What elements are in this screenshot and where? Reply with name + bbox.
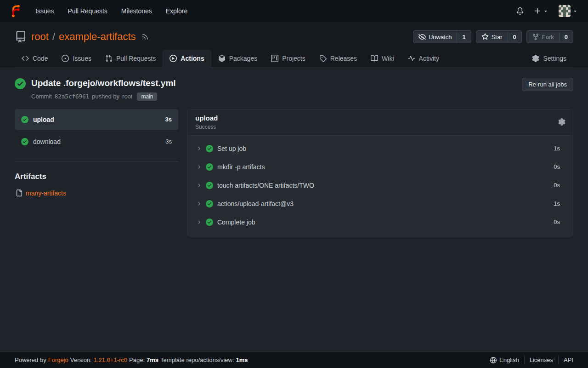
version-label: Version:: [70, 356, 92, 363]
tab-label: Pull Requests: [116, 55, 156, 62]
tab-pull-requests[interactable]: Pull Requests: [98, 50, 163, 67]
tab-label: Code: [33, 55, 48, 62]
tab-projects[interactable]: Projects: [264, 50, 312, 67]
package-icon: [218, 55, 226, 62]
step-row-complete[interactable]: Complete job 0s: [188, 213, 573, 231]
language-selector[interactable]: English: [485, 356, 524, 364]
chevron-right-icon: [196, 164, 202, 170]
tab-issues[interactable]: Issues: [55, 50, 98, 67]
check-circle-icon: [206, 182, 213, 189]
plus-icon: [534, 7, 541, 15]
run-header: Update .forgejo/workflows/test.yml Commi…: [0, 68, 588, 109]
step-label: touch artifacts/ONE artifacts/TWO: [217, 182, 314, 189]
fork-button[interactable]: Fork: [527, 31, 559, 43]
repo-name-link[interactable]: example-artifacts: [59, 31, 136, 43]
play-circle-icon: [170, 55, 177, 62]
breadcrumb-separator: /: [52, 31, 55, 43]
chevron-right-icon: [196, 201, 202, 207]
footer-info: Powered by Forgejo Version: 1.21.0+1-rc0…: [15, 356, 248, 363]
api-link[interactable]: API: [558, 356, 573, 364]
stars-count[interactable]: 0: [508, 31, 521, 43]
globe-icon: [490, 357, 497, 363]
artifacts-title: Artifacts: [15, 172, 178, 181]
nav-item-issues[interactable]: Issues: [29, 4, 60, 18]
run-title: Update .forgejo/workflows/test.yml: [31, 78, 176, 89]
job-panel-titles: upload Success: [195, 114, 218, 130]
step-label: mkdir -p artifacts: [217, 163, 265, 171]
job-duration: 3s: [165, 116, 172, 123]
rss-button[interactable]: [141, 33, 149, 40]
nav-item-pull-requests[interactable]: Pull Requests: [62, 4, 113, 18]
page-footer: Powered by Forgejo Version: 1.21.0+1-rc0…: [0, 351, 588, 368]
version-link[interactable]: 1.21.0+1-rc0: [94, 356, 127, 363]
unwatch-label: Unwatch: [429, 34, 452, 40]
job-name: download: [33, 138, 61, 145]
licenses-link[interactable]: Licenses: [524, 356, 558, 364]
forgejo-logo-icon: [9, 4, 23, 18]
step-row-mkdir[interactable]: mkdir -p artifacts 0s: [188, 158, 573, 176]
tab-releases[interactable]: Releases: [312, 50, 364, 67]
tab-activity[interactable]: Activity: [401, 50, 446, 67]
breadcrumb: root / example-artifacts: [31, 31, 136, 43]
step-label: actions/upload-artifact@v3: [217, 200, 294, 207]
rss-icon: [141, 33, 149, 40]
top-navbar: Issues Pull Requests Milestones Explore: [0, 0, 588, 22]
create-new-button[interactable]: [531, 5, 551, 17]
step-row-upload-artifact[interactable]: actions/upload-artifact@v3 1s: [188, 195, 573, 213]
user-menu-button[interactable]: [556, 2, 581, 20]
powered-by-label: Powered by: [15, 356, 46, 363]
chevron-right-icon: [196, 146, 202, 151]
rerun-all-jobs-button[interactable]: Re-run all jobs: [522, 78, 573, 91]
chevron-right-icon: [196, 183, 202, 188]
tab-actions[interactable]: Actions: [163, 50, 211, 68]
job-options-button[interactable]: [558, 118, 565, 126]
tab-code[interactable]: Code: [15, 50, 55, 67]
job-duration: 3s: [165, 138, 172, 145]
run-titles: Update .forgejo/workflows/test.yml Commi…: [31, 78, 176, 101]
gear-icon: [558, 118, 565, 126]
job-panel-title: upload: [195, 114, 218, 122]
repo-owner-link[interactable]: root: [31, 31, 49, 43]
forgejo-link[interactable]: Forgejo: [48, 356, 68, 363]
file-icon: [16, 190, 23, 196]
gear-icon: [532, 55, 539, 62]
footer-links: English Licenses API: [485, 356, 573, 364]
page-time-label: Page:: [129, 356, 145, 363]
nav-item-explore[interactable]: Explore: [160, 4, 193, 18]
jobs-sidebar: upload 3s download 3s Artifacts many-art…: [15, 109, 178, 197]
artifact-item: many-artifacts: [15, 190, 178, 197]
job-status-text: Success: [195, 124, 218, 130]
watchers-count[interactable]: 1: [457, 31, 470, 43]
git-pull-request-icon: [105, 55, 113, 62]
check-circle-icon: [206, 163, 213, 171]
repo-header: root / example-artifacts Unwatch 1 Star …: [0, 22, 588, 68]
commit-author: root: [122, 93, 132, 100]
notifications-button[interactable]: [514, 5, 526, 17]
page-time-value: 7ms: [147, 356, 158, 363]
job-item-upload[interactable]: upload 3s: [15, 109, 178, 130]
forgejo-logo[interactable]: [7, 2, 28, 20]
step-duration: 1s: [554, 200, 560, 207]
artifact-download-link[interactable]: many-artifacts: [26, 190, 66, 197]
branch-badge[interactable]: main: [137, 92, 157, 101]
tab-settings[interactable]: Settings: [525, 50, 573, 67]
check-circle-icon: [206, 145, 213, 152]
nav-item-milestones[interactable]: Milestones: [115, 4, 158, 18]
template-time-label: Template repo/actions/view:: [160, 356, 234, 363]
unwatch-button[interactable]: Unwatch: [413, 31, 457, 43]
sidebar-divider: [15, 161, 178, 162]
star-button[interactable]: Star: [476, 31, 508, 43]
tab-packages[interactable]: Packages: [211, 50, 264, 67]
step-row-setup[interactable]: Set up job 1s: [188, 139, 573, 158]
run-content: upload 3s download 3s Artifacts many-art…: [0, 109, 588, 351]
commit-hash-link[interactable]: 82a5cf6961: [55, 93, 89, 100]
tab-wiki[interactable]: Wiki: [364, 50, 401, 67]
pushed-by-label: pushed by: [92, 93, 119, 100]
tab-label: Issues: [73, 55, 91, 62]
watch-button-group: Unwatch 1: [413, 30, 471, 43]
run-success-icon: [15, 78, 26, 89]
job-item-download[interactable]: download 3s: [15, 131, 178, 152]
fork-button-group: Fork 0: [526, 30, 573, 43]
forks-count[interactable]: 0: [559, 31, 573, 43]
step-row-touch[interactable]: touch artifacts/ONE artifacts/TWO 0s: [188, 176, 573, 195]
